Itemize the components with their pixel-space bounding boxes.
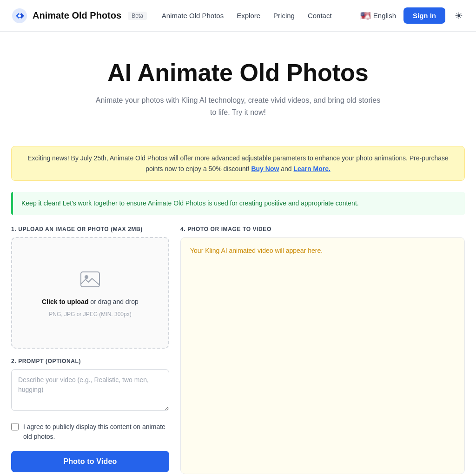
- output-label: 4. PHOTO OR IMAGE TO VIDEO: [180, 226, 465, 232]
- announcement-banner: Exciting news! By July 25th, Animate Old…: [11, 146, 465, 181]
- learn-more-link[interactable]: Learn More.: [293, 165, 330, 172]
- video-placeholder-text: Your Kling AI animated video will appear…: [190, 247, 455, 254]
- sign-in-button[interactable]: Sign In: [403, 7, 445, 24]
- brand-name: Animate Old Photos: [33, 10, 121, 21]
- svg-rect-2: [81, 272, 99, 287]
- announcement-text: Exciting news! By July 25th, Animate Old…: [27, 154, 449, 172]
- upload-click-text: Click to upload or drag and drop: [42, 298, 139, 305]
- navbar: Animate Old Photos Beta Animate Old Phot…: [0, 0, 476, 32]
- theme-toggle-button[interactable]: ☀: [453, 8, 465, 23]
- right-panel: 4. PHOTO OR IMAGE TO VIDEO Your Kling AI…: [180, 226, 465, 474]
- content-warning: Keep it clean! Let's work together to en…: [11, 192, 465, 215]
- language-label: English: [373, 12, 396, 20]
- content-warning-text: Keep it clean! Let's work together to en…: [21, 198, 456, 208]
- beta-badge: Beta: [128, 12, 147, 20]
- navbar-right: 🇺🇸 English Sign In ☀: [360, 7, 465, 24]
- upload-section: 1. UPLOAD AN IMAGE OR PHOTO (MAX 2MB) Cl…: [11, 226, 169, 349]
- brand-icon: [11, 7, 28, 24]
- svg-point-1: [18, 14, 21, 17]
- nav-links: Animate Old Photos Explore Pricing Conta…: [162, 12, 345, 20]
- prompt-section: 2. PROMPT (OPTIONAL): [11, 358, 169, 413]
- checkbox-label[interactable]: I agree to publicly display this content…: [23, 422, 169, 442]
- main-content: 1. UPLOAD AN IMAGE OR PHOTO (MAX 2MB) Cl…: [0, 226, 476, 476]
- nav-pricing[interactable]: Pricing: [273, 12, 295, 20]
- flag-icon: 🇺🇸: [360, 11, 370, 21]
- hero-section: AI Animate Old Photos Animate your photo…: [0, 32, 476, 146]
- upload-icon: [79, 268, 101, 292]
- nav-explore[interactable]: Explore: [237, 12, 260, 20]
- brand-logo[interactable]: Animate Old Photos Beta: [11, 7, 147, 24]
- announcement-and: and: [281, 165, 291, 172]
- language-selector[interactable]: 🇺🇸 English: [360, 11, 396, 21]
- upload-label: 1. UPLOAD AN IMAGE OR PHOTO (MAX 2MB): [11, 226, 169, 232]
- submit-button[interactable]: Photo to Video: [11, 451, 169, 472]
- upload-dropzone[interactable]: Click to upload or drag and drop PNG, JP…: [11, 237, 169, 349]
- prompt-input[interactable]: [11, 369, 169, 411]
- hero-subtitle: Animate your photos with Kling AI techno…: [94, 94, 382, 118]
- nav-contact[interactable]: Contact: [308, 12, 332, 20]
- left-panel: 1. UPLOAD AN IMAGE OR PHOTO (MAX 2MB) Cl…: [11, 226, 169, 472]
- video-output-area: Your Kling AI animated video will appear…: [180, 237, 465, 474]
- hero-title: AI Animate Old Photos: [11, 60, 465, 86]
- buy-now-link[interactable]: Buy Now: [251, 165, 279, 172]
- svg-point-3: [85, 275, 88, 279]
- nav-animate-old-photos[interactable]: Animate Old Photos: [162, 12, 224, 20]
- checkbox-row: I agree to publicly display this content…: [11, 422, 169, 442]
- upload-format-text: PNG, JPG or JPEG (MIN. 300px): [49, 311, 131, 317]
- prompt-label: 2. PROMPT (OPTIONAL): [11, 358, 169, 364]
- public-display-checkbox[interactable]: [11, 423, 19, 430]
